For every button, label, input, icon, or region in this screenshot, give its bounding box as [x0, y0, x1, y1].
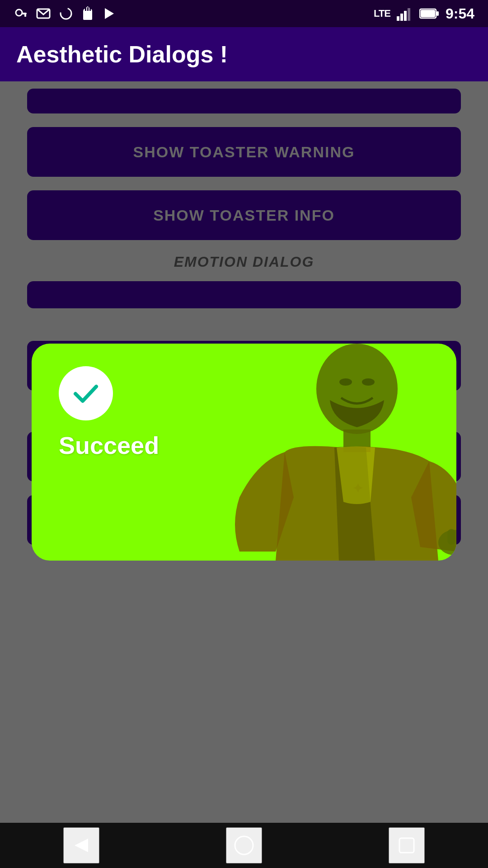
status-bar-right: LTE 9:54	[374, 5, 474, 22]
lte-icon: LTE	[374, 8, 390, 19]
svg-marker-10	[105, 8, 114, 19]
svg-point-0	[16, 9, 22, 16]
svg-rect-12	[400, 14, 403, 21]
signal-icon	[397, 6, 413, 21]
svg-point-4	[61, 8, 71, 19]
svg-rect-11	[397, 16, 399, 21]
success-dialog: ✦ Succeed	[32, 344, 456, 561]
svg-rect-16	[436, 11, 439, 16]
recent-button[interactable]	[389, 827, 425, 863]
svg-rect-9	[89, 7, 91, 11]
bottom-nav	[0, 823, 488, 868]
svg-point-20	[339, 378, 352, 386]
app-bar: Aesthetic Dialogs !	[0, 27, 488, 81]
dialog-overlay[interactable]: ✦ Succeed	[0, 81, 488, 823]
svg-marker-25	[75, 839, 88, 852]
svg-rect-27	[399, 838, 414, 853]
svg-rect-14	[408, 8, 410, 21]
svg-rect-5	[83, 10, 92, 20]
checkmark-icon	[70, 377, 102, 409]
status-bar: LTE 9:54	[0, 0, 488, 27]
svg-rect-8	[87, 7, 89, 11]
key-icon	[14, 6, 28, 21]
svg-rect-13	[404, 11, 407, 21]
mail-icon	[36, 6, 51, 21]
svg-text:✦: ✦	[352, 481, 363, 495]
app-title: Aesthetic Dialogs !	[16, 41, 228, 68]
play-store-icon	[102, 6, 117, 21]
back-button[interactable]	[63, 827, 99, 863]
home-icon	[233, 835, 255, 856]
status-time: 9:54	[446, 5, 474, 22]
back-icon	[70, 834, 93, 857]
svg-point-26	[235, 836, 253, 854]
status-bar-left	[14, 6, 117, 21]
svg-rect-1	[21, 13, 27, 14]
spinner-icon	[59, 6, 73, 21]
svg-point-21	[362, 378, 375, 386]
battery-icon	[419, 7, 439, 20]
svg-rect-17	[421, 10, 435, 17]
recent-icon	[397, 835, 417, 855]
svg-rect-7	[85, 7, 86, 11]
home-button[interactable]	[226, 827, 262, 863]
checkmark-circle	[59, 366, 113, 420]
succeed-text: Succeed	[59, 431, 429, 459]
svg-rect-24	[447, 529, 455, 545]
sd-card-icon	[81, 6, 94, 21]
svg-rect-2	[24, 14, 26, 17]
